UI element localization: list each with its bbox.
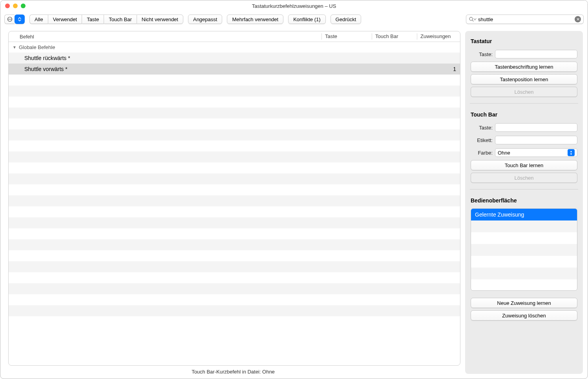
search-input[interactable] [478,16,575,22]
filter-used[interactable]: Verwendet [48,15,82,24]
select-chevron-icon: ▲▼ [568,149,575,156]
table-row[interactable]: Shuttle vorwärts * 1 [9,64,460,75]
delete-assignment-button[interactable]: Zuweisung löschen [471,310,577,321]
pressed-button[interactable]: Gedrückt [331,15,362,24]
window: Tastaturkurzbefehlzuweisungen – US Alle … [0,0,588,379]
touchbar-etikett-input[interactable] [495,136,577,144]
touchbar-key-input[interactable] [495,123,577,132]
inspector-panel: Tastatur Taste: Tastenbeschriftung lerne… [465,31,583,374]
svg-point-3 [10,19,11,20]
col-touchbar[interactable]: Touch Bar [372,33,417,40]
col-command[interactable]: Befehl [16,34,321,40]
command-table: Befehl Taste Touch Bar Zuweisungen ▼ Glo… [8,31,460,366]
section-surface-title: Bedienoberfläche [471,197,577,204]
divider [470,189,578,190]
main-area: Befehl Taste Touch Bar Zuweisungen ▼ Glo… [0,31,463,379]
col-assignments[interactable]: Zuweisungen [417,33,460,40]
touchbar-delete-button: Löschen [471,173,577,183]
list-item[interactable] [471,232,577,244]
cell-command: Shuttle rückwärts * [24,55,419,61]
filter-key[interactable]: Taste [82,15,104,24]
cell-assignments: 1 [419,66,460,72]
conflicts-button[interactable]: Konflikte (1) [288,15,325,24]
keyboard-delete-button: Löschen [471,87,577,97]
touchbar-color-value: Ohne [498,150,510,156]
touchbar-color-row: Farbe: Ohne ▲▼ [471,148,577,157]
surface-listbox[interactable]: Gelernte Zuweisung [471,208,577,291]
keyboard-key-label: Taste: [471,51,493,57]
list-item[interactable] [471,256,577,268]
keyboard-key-row: Taste: [471,50,577,58]
learn-assignment-button[interactable]: Neue Zuweisung lernen [471,298,577,308]
col-key[interactable]: Taste [321,33,372,40]
list-item[interactable] [471,268,577,279]
chevron-down-icon[interactable] [473,18,477,21]
list-item[interactable] [471,244,577,256]
empty-rows [9,75,460,316]
options-group [4,15,25,24]
learn-key-position-button[interactable]: Tastenposition lernen [471,74,577,84]
list-item-label: Gelernte Zuweisung [475,211,524,218]
table-header: Befehl Taste Touch Bar Zuweisungen [9,31,460,42]
touchbar-key-label: Taste: [471,125,493,131]
body: Befehl Taste Touch Bar Zuweisungen ▼ Glo… [0,31,588,379]
filter-touchbar[interactable]: Touch Bar [104,15,137,24]
touchbar-etikett-label: Etikett: [471,137,493,143]
touchbar-etikett-row: Etikett: [471,136,577,144]
learn-key-label-button[interactable]: Tastenbeschriftung lernen [471,62,577,72]
table-row[interactable]: Shuttle rückwärts * [9,53,460,64]
svg-point-2 [9,19,10,20]
clear-search-icon[interactable]: ✕ [575,16,581,22]
disclosure-icon[interactable]: ▼ [13,45,16,49]
list-item[interactable]: Gelernte Zuweisung [471,209,577,220]
minimize-icon[interactable] [13,4,18,8]
list-item[interactable] [471,279,577,291]
close-icon[interactable] [5,4,10,8]
filter-unused[interactable]: Nicht verwendet [137,15,183,24]
cell-command: Shuttle vorwärts * [24,66,419,72]
more-icon[interactable] [4,15,15,24]
touchbar-color-label: Farbe: [471,150,493,156]
keyboard-key-input[interactable] [495,50,577,58]
touchbar-color-select[interactable]: Ohne ▲▼ [495,148,577,157]
zoom-icon[interactable] [21,4,26,8]
toolbar: Alle Verwendet Taste Touch Bar Nicht ver… [0,11,588,31]
traffic-lights [5,4,26,8]
search-field[interactable]: ✕ [466,15,584,24]
customized-button[interactable]: Angepasst [188,15,222,24]
divider [470,103,578,104]
group-row[interactable]: ▼ Globale Befehle [9,42,460,53]
svg-point-1 [8,19,9,20]
group-label: Globale Befehle [19,44,55,50]
list-item[interactable] [471,220,577,232]
learn-touchbar-button[interactable]: Touch Bar lernen [471,160,577,170]
filter-segmented: Alle Verwendet Taste Touch Bar Nicht ver… [29,15,183,24]
footer-status: Touch Bar-Kurzbefehl in Datei: Ohne [4,366,463,379]
filter-all[interactable]: Alle [29,15,48,24]
window-title: Tastaturkurzbefehlzuweisungen – US [252,3,336,9]
multi-used-button[interactable]: Mehrfach verwendet [227,15,283,24]
section-keyboard-title: Tastatur [471,38,577,44]
section-touchbar-title: Touch Bar [471,111,577,118]
table-body[interactable]: ▼ Globale Befehle Shuttle rückwärts * Sh… [9,42,460,365]
touchbar-key-row: Taste: [471,123,577,132]
dropdown-toggle-icon[interactable] [15,15,25,24]
title-bar: Tastaturkurzbefehlzuweisungen – US [0,0,588,11]
